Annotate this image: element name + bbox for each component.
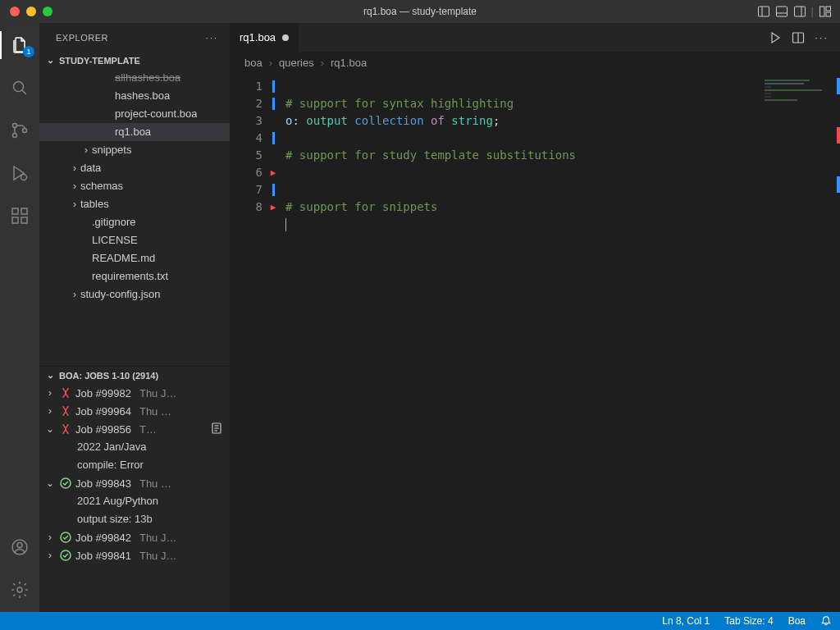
file-name: README.md (92, 249, 155, 267)
editor-actions: ··· (769, 23, 840, 52)
status-tabsize[interactable]: Tab Size: 4 (724, 615, 773, 627)
breadcrumb-seg[interactable]: boa (244, 57, 262, 69)
line-gutter: 12345678 (230, 78, 271, 612)
close-window[interactable] (10, 7, 20, 16)
activity-settings[interactable] (0, 576, 39, 604)
job-date: Thu J… (139, 550, 177, 562)
run-debug-icon (10, 163, 30, 183)
activity-run[interactable] (0, 159, 39, 187)
code-token: : (292, 114, 306, 127)
chevron-right-icon: › (321, 57, 324, 69)
code-token: output (306, 114, 354, 127)
file-name: .gitignore (92, 213, 135, 231)
layout-secondary-icon[interactable] (793, 5, 806, 18)
svg-point-14 (21, 175, 27, 180)
file-tree-item[interactable]: rq1.boa (39, 123, 230, 141)
tab-active[interactable]: rq1.boa (230, 23, 299, 52)
job-meta: output size: 13b (39, 510, 230, 528)
code-line: # support for syntax highlighting (285, 97, 514, 110)
layout-panel-icon[interactable] (775, 5, 788, 18)
twistie-icon: › (44, 550, 56, 561)
job-row[interactable]: ⌄Job #99856T… (39, 420, 230, 438)
code-text[interactable]: # support for syntax highlighting o: out… (276, 78, 576, 612)
breadcrumb-seg[interactable]: rq1.boa (331, 57, 367, 69)
file-name: tables (80, 195, 109, 213)
sidebar-more-icon[interactable]: ··· (206, 33, 218, 43)
activity-extensions[interactable] (0, 202, 39, 230)
file-name: LICENSE (92, 231, 138, 249)
file-tree-item[interactable]: ›data (39, 159, 230, 177)
code-token: collection (354, 114, 431, 127)
source-control-icon (10, 121, 30, 140)
check-icon (59, 477, 72, 490)
job-output-icon[interactable] (210, 422, 223, 437)
file-tree-item[interactable]: ›study-config.json (39, 285, 230, 304)
project-section-header[interactable]: ⌄ STUDY-TEMPLATE (39, 52, 230, 69)
svg-point-20 (17, 543, 22, 548)
explorer-section: ⌄ STUDY-TEMPLATE allhashes.boahashes.boa… (39, 52, 230, 366)
twistie-icon: › (69, 177, 80, 195)
file-name: data (80, 159, 101, 177)
file-tree-item[interactable]: ›snippets (39, 141, 230, 159)
file-tree-item[interactable]: ›schemas (39, 177, 230, 195)
customize-layout-icon[interactable] (819, 5, 832, 18)
layout-sep: | (811, 5, 814, 18)
twistie-icon: › (69, 159, 80, 177)
run-icon[interactable] (769, 31, 782, 44)
job-label: Job #99843 (75, 477, 131, 490)
job-meta: 2022 Jan/Java (39, 438, 230, 456)
activity-explorer[interactable]: 1 (0, 31, 39, 59)
file-tree-item[interactable]: requirements.txt (39, 267, 230, 285)
overview-mark (837, 176, 840, 193)
overview-mark (837, 78, 840, 94)
layout-primary-icon[interactable] (757, 5, 770, 18)
svg-rect-8 (826, 12, 831, 16)
status-lang[interactable]: Boa (788, 615, 806, 627)
svg-rect-6 (820, 7, 825, 16)
activity-search[interactable] (0, 74, 39, 102)
extensions-icon (10, 206, 30, 226)
job-row[interactable]: ›Job #99842Thu J… (39, 528, 230, 546)
breadcrumb-seg[interactable]: queries (279, 57, 314, 69)
file-tree-item[interactable]: ›tables (39, 195, 230, 213)
status-bell-icon[interactable] (820, 615, 832, 628)
editor-group: rq1.boa ··· boa › queries › rq1.boa 1234… (230, 23, 840, 612)
minimap[interactable] (765, 78, 838, 103)
svg-rect-7 (826, 7, 831, 11)
file-tree-item[interactable]: .gitignore (39, 213, 230, 231)
window-title: rq1.boa — study-template (363, 6, 477, 17)
line-number: 5 (230, 147, 262, 164)
file-name: schemas (80, 177, 123, 195)
breadcrumb[interactable]: boa › queries › rq1.boa (230, 52, 840, 73)
job-row[interactable]: ›Job #99964Thu … (39, 402, 230, 420)
activity-accounts[interactable] (0, 533, 39, 561)
code-token: of (431, 114, 451, 127)
code-line: # support for study template substitutio… (285, 148, 576, 162)
svg-point-12 (13, 134, 17, 138)
file-tree-item[interactable]: hashes.boa (39, 87, 230, 105)
file-tree-item[interactable]: allhashes.boa (39, 69, 230, 87)
tab-label: rq1.boa (240, 31, 276, 43)
twistie-icon: › (69, 195, 80, 213)
activity-scm[interactable] (0, 116, 39, 144)
jobs-section-header[interactable]: ⌄ BOA: JOBS 1-10 (2914) (39, 367, 230, 384)
svg-rect-15 (12, 208, 18, 214)
svg-rect-0 (758, 7, 769, 16)
minimize-window[interactable] (26, 7, 36, 16)
job-label: Job #99964 (75, 405, 131, 418)
file-tree-item[interactable]: LICENSE (39, 231, 230, 249)
job-row[interactable]: ›Job #99841Thu J… (39, 546, 230, 564)
svg-line-10 (22, 90, 26, 94)
file-tree-item[interactable]: README.md (39, 249, 230, 267)
file-tree-item[interactable]: project-count.boa (39, 105, 230, 123)
job-row[interactable]: ›Job #99982Thu J… (39, 384, 230, 402)
overview-ruler[interactable] (837, 78, 840, 226)
file-name: allhashes.boa (115, 69, 180, 87)
split-editor-icon[interactable] (792, 31, 805, 44)
job-row[interactable]: ⌄Job #99843Thu … (39, 474, 230, 492)
maximize-window[interactable] (43, 7, 52, 16)
status-lncol[interactable]: Ln 8, Col 1 (662, 615, 710, 627)
chevron-down-icon: ⌄ (44, 370, 56, 381)
editor-more-icon[interactable]: ··· (815, 31, 829, 43)
code-area[interactable]: 12345678 ▶▶ # support for syntax highlig… (230, 73, 840, 612)
